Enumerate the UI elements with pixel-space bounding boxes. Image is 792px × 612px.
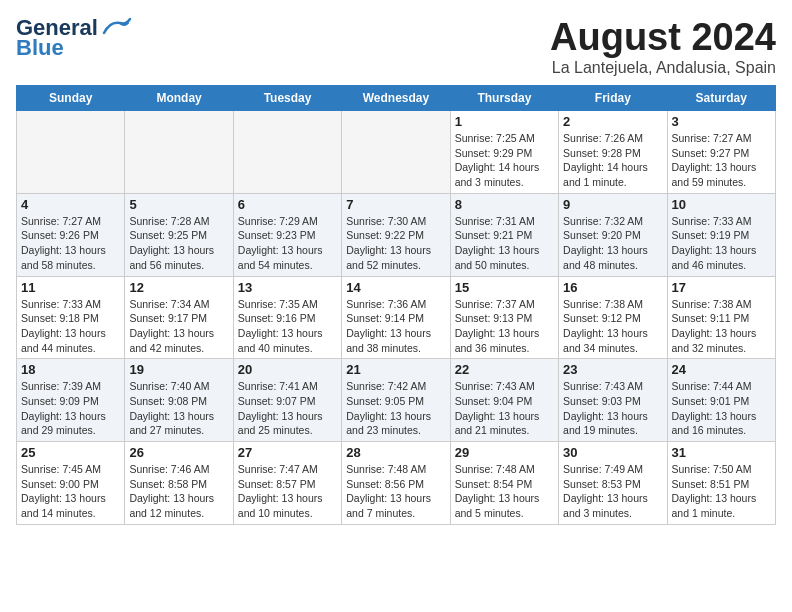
calendar-day-cell: 8Sunrise: 7:31 AM Sunset: 9:21 PM Daylig… (450, 193, 558, 276)
col-friday: Friday (559, 86, 667, 111)
calendar-day-cell: 16Sunrise: 7:38 AM Sunset: 9:12 PM Dayli… (559, 276, 667, 359)
calendar-day-cell: 30Sunrise: 7:49 AM Sunset: 8:53 PM Dayli… (559, 442, 667, 525)
logo-blue: Blue (16, 36, 64, 60)
day-number: 31 (672, 445, 771, 460)
calendar-day-cell: 29Sunrise: 7:48 AM Sunset: 8:54 PM Dayli… (450, 442, 558, 525)
day-number: 20 (238, 362, 337, 377)
day-info: Sunrise: 7:28 AM Sunset: 9:25 PM Dayligh… (129, 214, 228, 273)
day-number: 1 (455, 114, 554, 129)
day-info: Sunrise: 7:37 AM Sunset: 9:13 PM Dayligh… (455, 297, 554, 356)
calendar-week-row: 25Sunrise: 7:45 AM Sunset: 9:00 PM Dayli… (17, 442, 776, 525)
day-info: Sunrise: 7:38 AM Sunset: 9:11 PM Dayligh… (672, 297, 771, 356)
day-number: 29 (455, 445, 554, 460)
logo: General Blue (16, 16, 132, 60)
day-info: Sunrise: 7:40 AM Sunset: 9:08 PM Dayligh… (129, 379, 228, 438)
day-number: 17 (672, 280, 771, 295)
day-number: 7 (346, 197, 445, 212)
day-info: Sunrise: 7:33 AM Sunset: 9:19 PM Dayligh… (672, 214, 771, 273)
day-number: 24 (672, 362, 771, 377)
day-info: Sunrise: 7:35 AM Sunset: 9:16 PM Dayligh… (238, 297, 337, 356)
day-number: 14 (346, 280, 445, 295)
day-number: 23 (563, 362, 662, 377)
calendar-table: Sunday Monday Tuesday Wednesday Thursday… (16, 85, 776, 525)
day-info: Sunrise: 7:36 AM Sunset: 9:14 PM Dayligh… (346, 297, 445, 356)
day-info: Sunrise: 7:39 AM Sunset: 9:09 PM Dayligh… (21, 379, 120, 438)
logo-bird-icon (100, 15, 132, 37)
day-info: Sunrise: 7:43 AM Sunset: 9:03 PM Dayligh… (563, 379, 662, 438)
day-info: Sunrise: 7:48 AM Sunset: 8:54 PM Dayligh… (455, 462, 554, 521)
day-info: Sunrise: 7:41 AM Sunset: 9:07 PM Dayligh… (238, 379, 337, 438)
calendar-day-cell: 21Sunrise: 7:42 AM Sunset: 9:05 PM Dayli… (342, 359, 450, 442)
day-number: 30 (563, 445, 662, 460)
day-info: Sunrise: 7:49 AM Sunset: 8:53 PM Dayligh… (563, 462, 662, 521)
calendar-day-cell: 19Sunrise: 7:40 AM Sunset: 9:08 PM Dayli… (125, 359, 233, 442)
day-number: 12 (129, 280, 228, 295)
day-number: 15 (455, 280, 554, 295)
calendar-day-cell: 26Sunrise: 7:46 AM Sunset: 8:58 PM Dayli… (125, 442, 233, 525)
calendar-day-cell: 7Sunrise: 7:30 AM Sunset: 9:22 PM Daylig… (342, 193, 450, 276)
calendar-day-cell: 17Sunrise: 7:38 AM Sunset: 9:11 PM Dayli… (667, 276, 775, 359)
calendar-header-row: Sunday Monday Tuesday Wednesday Thursday… (17, 86, 776, 111)
day-info: Sunrise: 7:34 AM Sunset: 9:17 PM Dayligh… (129, 297, 228, 356)
day-number: 18 (21, 362, 120, 377)
calendar-day-cell: 11Sunrise: 7:33 AM Sunset: 9:18 PM Dayli… (17, 276, 125, 359)
day-number: 10 (672, 197, 771, 212)
calendar-day-cell (342, 111, 450, 194)
calendar-week-row: 1Sunrise: 7:25 AM Sunset: 9:29 PM Daylig… (17, 111, 776, 194)
calendar-day-cell: 1Sunrise: 7:25 AM Sunset: 9:29 PM Daylig… (450, 111, 558, 194)
calendar-day-cell (125, 111, 233, 194)
calendar-day-cell (17, 111, 125, 194)
calendar-day-cell: 31Sunrise: 7:50 AM Sunset: 8:51 PM Dayli… (667, 442, 775, 525)
calendar-day-cell: 9Sunrise: 7:32 AM Sunset: 9:20 PM Daylig… (559, 193, 667, 276)
day-number: 25 (21, 445, 120, 460)
calendar-day-cell: 6Sunrise: 7:29 AM Sunset: 9:23 PM Daylig… (233, 193, 341, 276)
day-info: Sunrise: 7:27 AM Sunset: 9:26 PM Dayligh… (21, 214, 120, 273)
calendar-day-cell: 24Sunrise: 7:44 AM Sunset: 9:01 PM Dayli… (667, 359, 775, 442)
calendar-day-cell: 2Sunrise: 7:26 AM Sunset: 9:28 PM Daylig… (559, 111, 667, 194)
day-number: 16 (563, 280, 662, 295)
day-info: Sunrise: 7:50 AM Sunset: 8:51 PM Dayligh… (672, 462, 771, 521)
day-number: 11 (21, 280, 120, 295)
day-number: 13 (238, 280, 337, 295)
col-thursday: Thursday (450, 86, 558, 111)
day-info: Sunrise: 7:45 AM Sunset: 9:00 PM Dayligh… (21, 462, 120, 521)
day-info: Sunrise: 7:29 AM Sunset: 9:23 PM Dayligh… (238, 214, 337, 273)
day-number: 2 (563, 114, 662, 129)
day-number: 22 (455, 362, 554, 377)
calendar-day-cell: 27Sunrise: 7:47 AM Sunset: 8:57 PM Dayli… (233, 442, 341, 525)
title-area: August 2024 La Lantejuela, Andalusia, Sp… (550, 16, 776, 77)
day-info: Sunrise: 7:25 AM Sunset: 9:29 PM Dayligh… (455, 131, 554, 190)
calendar-week-row: 4Sunrise: 7:27 AM Sunset: 9:26 PM Daylig… (17, 193, 776, 276)
day-info: Sunrise: 7:47 AM Sunset: 8:57 PM Dayligh… (238, 462, 337, 521)
calendar-day-cell: 5Sunrise: 7:28 AM Sunset: 9:25 PM Daylig… (125, 193, 233, 276)
calendar-day-cell: 3Sunrise: 7:27 AM Sunset: 9:27 PM Daylig… (667, 111, 775, 194)
col-saturday: Saturday (667, 86, 775, 111)
calendar-day-cell: 12Sunrise: 7:34 AM Sunset: 9:17 PM Dayli… (125, 276, 233, 359)
day-info: Sunrise: 7:26 AM Sunset: 9:28 PM Dayligh… (563, 131, 662, 190)
day-number: 27 (238, 445, 337, 460)
day-number: 21 (346, 362, 445, 377)
calendar-day-cell: 22Sunrise: 7:43 AM Sunset: 9:04 PM Dayli… (450, 359, 558, 442)
calendar-day-cell (233, 111, 341, 194)
day-info: Sunrise: 7:42 AM Sunset: 9:05 PM Dayligh… (346, 379, 445, 438)
day-info: Sunrise: 7:43 AM Sunset: 9:04 PM Dayligh… (455, 379, 554, 438)
day-number: 5 (129, 197, 228, 212)
page-header: General Blue August 2024 La Lantejuela, … (16, 16, 776, 77)
day-info: Sunrise: 7:27 AM Sunset: 9:27 PM Dayligh… (672, 131, 771, 190)
col-sunday: Sunday (17, 86, 125, 111)
calendar-day-cell: 23Sunrise: 7:43 AM Sunset: 9:03 PM Dayli… (559, 359, 667, 442)
calendar-day-cell: 14Sunrise: 7:36 AM Sunset: 9:14 PM Dayli… (342, 276, 450, 359)
day-info: Sunrise: 7:48 AM Sunset: 8:56 PM Dayligh… (346, 462, 445, 521)
day-number: 8 (455, 197, 554, 212)
col-wednesday: Wednesday (342, 86, 450, 111)
day-info: Sunrise: 7:32 AM Sunset: 9:20 PM Dayligh… (563, 214, 662, 273)
calendar-day-cell: 20Sunrise: 7:41 AM Sunset: 9:07 PM Dayli… (233, 359, 341, 442)
day-info: Sunrise: 7:31 AM Sunset: 9:21 PM Dayligh… (455, 214, 554, 273)
day-number: 28 (346, 445, 445, 460)
day-number: 4 (21, 197, 120, 212)
day-number: 26 (129, 445, 228, 460)
col-monday: Monday (125, 86, 233, 111)
day-number: 19 (129, 362, 228, 377)
location-subtitle: La Lantejuela, Andalusia, Spain (550, 59, 776, 77)
day-info: Sunrise: 7:44 AM Sunset: 9:01 PM Dayligh… (672, 379, 771, 438)
